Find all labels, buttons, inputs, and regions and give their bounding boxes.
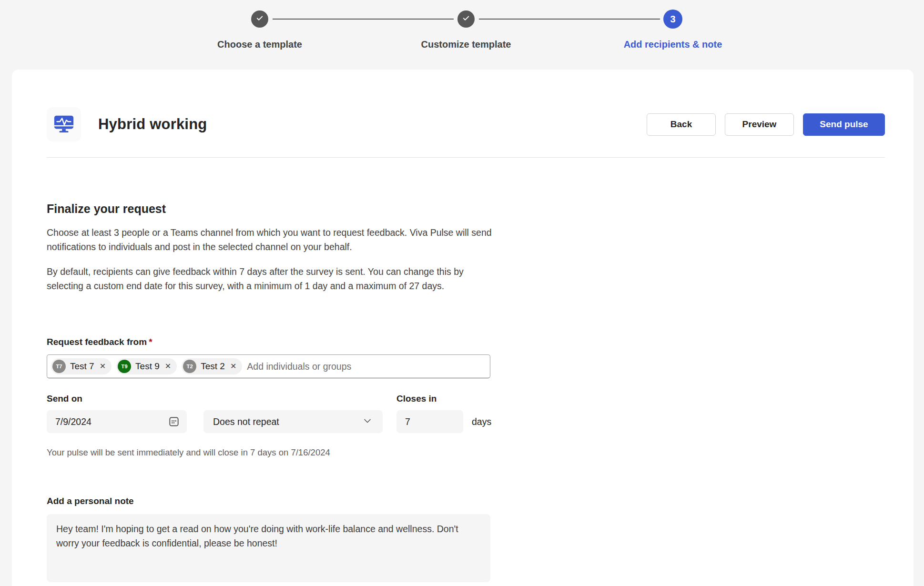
chevron-down-icon <box>362 415 373 428</box>
closes-in-input[interactable] <box>405 416 455 427</box>
remove-recipient-icon[interactable]: ✕ <box>99 363 107 370</box>
calendar-icon[interactable] <box>168 415 180 428</box>
step-2-label: Customize template <box>421 39 511 50</box>
recipient-chip[interactable]: T2 Test 2 ✕ <box>182 358 242 374</box>
avatar: T2 <box>183 360 196 373</box>
finalize-paragraph-2: By default, recipients can give feedback… <box>47 264 497 293</box>
recipients-label-text: Request feedback from <box>47 337 147 347</box>
template-icon-container <box>47 107 81 141</box>
repeat-dropdown-value: Does not repeat <box>213 416 279 427</box>
send-on-date-field[interactable] <box>47 410 187 433</box>
back-button[interactable]: Back <box>647 113 716 136</box>
step-3-label: Add recipients & note <box>624 39 722 50</box>
schedule-helper-text: Your pulse will be sent immediately and … <box>47 447 885 458</box>
step-3-number: 3 <box>670 14 675 25</box>
people-picker[interactable]: T7 Test 7 ✕ T9 Test 9 ✕ T2 Test 2 ✕ <box>47 354 490 378</box>
closes-in-field[interactable] <box>396 410 463 433</box>
checkmark-icon <box>462 14 470 24</box>
card-header: Hybrid working Back Preview Send pulse <box>47 107 885 141</box>
avatar: T7 <box>52 360 66 373</box>
send-pulse-button[interactable]: Send pulse <box>803 113 885 136</box>
recipient-name: Test 7 <box>70 361 94 372</box>
finalize-heading: Finalize your request <box>47 202 885 216</box>
step-2-complete-circle[interactable] <box>457 10 475 28</box>
step-3-current-circle[interactable]: 3 <box>663 10 682 29</box>
recipient-name: Test 9 <box>135 361 160 372</box>
wizard-stepper: 3 Choose a template Customize template A… <box>0 0 924 70</box>
viva-pulse-template-icon <box>53 112 75 136</box>
header-divider <box>47 157 885 158</box>
finalize-paragraph-1: Choose at least 3 people or a Teams chan… <box>47 225 497 254</box>
repeat-dropdown[interactable]: Does not repeat <box>203 410 383 433</box>
recipient-chip[interactable]: T7 Test 7 ✕ <box>51 358 112 374</box>
personal-note-textarea[interactable]: Hey team! I'm hoping to get a read on ho… <box>47 514 490 582</box>
header-actions: Back Preview Send pulse <box>647 113 885 136</box>
note-label: Add a personal note <box>47 496 885 506</box>
stepper-connector <box>479 19 660 20</box>
page-title: Hybrid working <box>98 116 207 133</box>
recipient-name: Test 2 <box>201 361 225 372</box>
recipients-input[interactable] <box>247 361 484 372</box>
days-unit-label: days <box>472 416 491 427</box>
closes-in-label: Closes in <box>396 394 437 404</box>
required-asterisk: * <box>149 337 152 347</box>
send-on-date-input[interactable] <box>55 416 168 427</box>
checkmark-icon <box>255 14 264 24</box>
remove-recipient-icon[interactable]: ✕ <box>164 363 172 370</box>
send-on-label: Send on <box>47 394 396 404</box>
remove-recipient-icon[interactable]: ✕ <box>229 363 237 370</box>
recipient-chip[interactable]: T9 Test 9 ✕ <box>116 358 177 374</box>
preview-button[interactable]: Preview <box>725 113 794 136</box>
stepper-connector <box>273 19 454 20</box>
step-1-complete-circle[interactable] <box>251 10 268 28</box>
recipients-label: Request feedback from* <box>47 337 885 347</box>
main-card: Hybrid working Back Preview Send pulse F… <box>12 70 914 586</box>
avatar: T9 <box>118 360 131 373</box>
step-1-label: Choose a template <box>217 39 302 50</box>
